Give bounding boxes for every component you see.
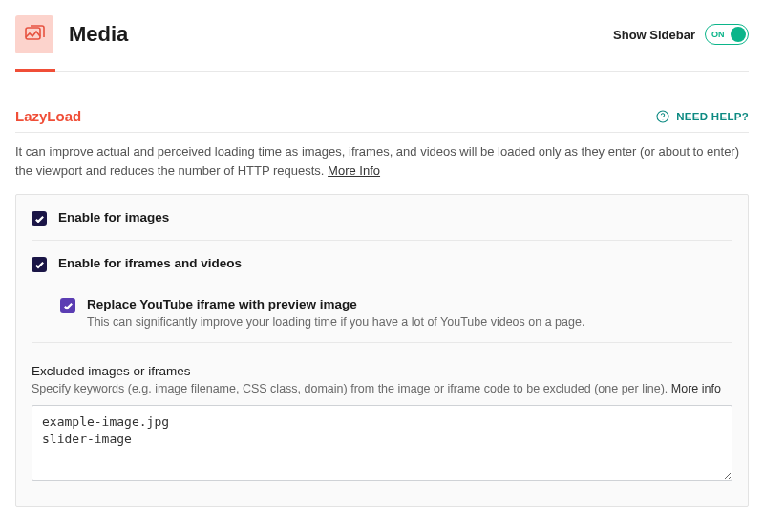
check-icon <box>63 301 74 311</box>
header-right: Show Sidebar ON <box>613 24 749 45</box>
label-enable-iframes: Enable for iframes and videos <box>58 256 242 270</box>
section-more-info-link[interactable]: More Info <box>328 163 380 178</box>
options-panel: Enable for images Enable for iframes and… <box>15 194 749 507</box>
option-enable-iframes: Enable for iframes and videos Replace Yo… <box>32 241 732 343</box>
show-sidebar-label: Show Sidebar <box>613 28 695 42</box>
check-icon <box>34 260 45 270</box>
excluded-description-text: Specify keywords (e.g. image filename, C… <box>32 382 671 395</box>
excluded-more-info-link[interactable]: More info <box>671 382 721 395</box>
toggle-on-text: ON <box>711 30 725 39</box>
svg-point-2 <box>663 118 664 119</box>
section-header: LazyLoad NEED HELP? <box>15 72 749 133</box>
toggle-knob <box>731 27 746 42</box>
need-help-text: NEED HELP? <box>676 111 749 122</box>
checkbox-youtube-preview[interactable] <box>60 298 75 313</box>
help-icon <box>655 109 670 124</box>
option-enable-images: Enable for images <box>32 195 732 241</box>
checkbox-enable-images[interactable] <box>32 211 47 226</box>
page-header: Media Show Sidebar ON <box>15 15 749 72</box>
tab-accent <box>15 69 55 72</box>
show-sidebar-toggle[interactable]: ON <box>705 24 749 45</box>
excluded-block: Excluded images or iframes Specify keywo… <box>32 343 732 485</box>
media-icon <box>15 15 53 53</box>
option-youtube-preview: Replace YouTube iframe with preview imag… <box>32 284 584 329</box>
excluded-title: Excluded images or iframes <box>32 364 732 378</box>
checkbox-enable-iframes[interactable] <box>32 257 47 272</box>
sub-youtube-preview: This can significantly improve your load… <box>87 315 584 329</box>
header-left: Media <box>15 15 128 53</box>
label-youtube-preview: Replace YouTube iframe with preview imag… <box>87 297 584 311</box>
page-title: Media <box>69 22 128 47</box>
excluded-textarea[interactable] <box>32 405 732 481</box>
excluded-description: Specify keywords (e.g. image filename, C… <box>32 382 732 395</box>
section-title: LazyLoad <box>15 108 81 124</box>
label-enable-images: Enable for images <box>58 210 169 224</box>
need-help-link[interactable]: NEED HELP? <box>655 109 749 124</box>
check-icon <box>34 214 45 224</box>
section-description: It can improve actual and perceived load… <box>15 133 749 194</box>
